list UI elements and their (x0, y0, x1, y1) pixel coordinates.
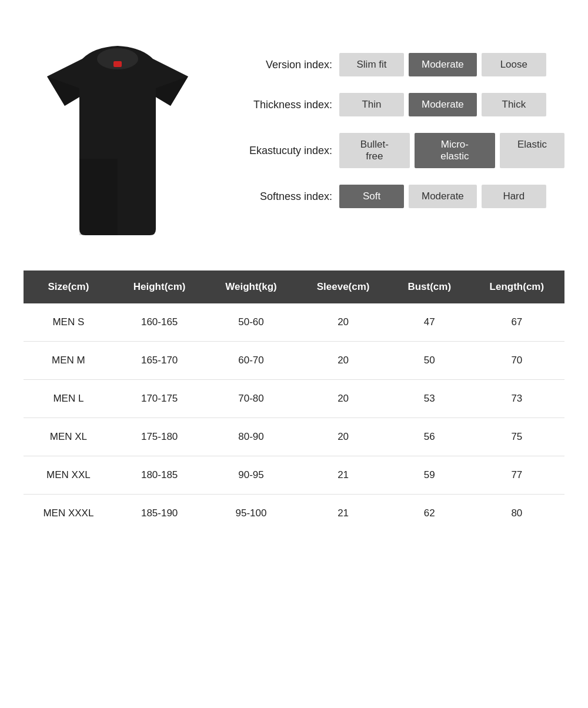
option-box-2-1[interactable]: Micro-elastic (415, 133, 495, 168)
table-cell-0-5: 67 (469, 303, 564, 342)
table-cell-2-5: 73 (469, 380, 564, 418)
top-section: Version index:Slim fitModerateLooseThick… (24, 41, 564, 241)
table-header-4: Bust(cm) (390, 270, 469, 303)
table-cell-4-0: MEN XXL (24, 456, 113, 495)
table-header-5: Length(cm) (469, 270, 564, 303)
index-options-2: Bullet-freeMicro-elasticElastic (339, 133, 564, 168)
table-cell-4-4: 59 (390, 456, 469, 495)
table-row: MEN XXL180-18590-95215977 (24, 456, 564, 495)
index-row-0: Version index:Slim fitModerateLoose (229, 53, 564, 76)
table-cell-0-4: 47 (390, 303, 469, 342)
table-row: MEN M165-17060-70205070 (24, 342, 564, 380)
table-cell-1-4: 50 (390, 342, 469, 380)
table-row: MEN S160-16550-60204767 (24, 303, 564, 342)
table-cell-5-5: 80 (469, 495, 564, 533)
option-box-0-1[interactable]: Moderate (409, 53, 477, 76)
option-box-1-2[interactable]: Thick (482, 93, 546, 116)
table-cell-2-1: 170-175 (113, 380, 206, 418)
table-cell-1-5: 70 (469, 342, 564, 380)
option-box-2-0[interactable]: Bullet-free (339, 133, 410, 168)
table-cell-3-3: 20 (297, 418, 390, 456)
table-row: MEN XL175-18080-90205675 (24, 418, 564, 456)
option-box-2-2[interactable]: Elastic (500, 133, 564, 168)
table-cell-0-0: MEN S (24, 303, 113, 342)
tshirt-image (24, 41, 212, 241)
index-options-0: Slim fitModerateLoose (339, 53, 546, 76)
index-row-1: Thickness index:ThinModerateThick (229, 93, 564, 116)
index-label-0: Version index: (229, 59, 332, 71)
table-cell-5-0: MEN XXXL (24, 495, 113, 533)
table-cell-3-2: 80-90 (206, 418, 297, 456)
option-box-0-0[interactable]: Slim fit (339, 53, 404, 76)
table-cell-5-1: 185-190 (113, 495, 206, 533)
index-row-3: Softness index:SoftModerateHard (229, 185, 564, 208)
option-box-3-2[interactable]: Hard (482, 185, 546, 208)
table-cell-5-3: 21 (297, 495, 390, 533)
index-options-1: ThinModerateThick (339, 93, 546, 116)
table-cell-3-1: 175-180 (113, 418, 206, 456)
table-row: MEN L170-17570-80205373 (24, 380, 564, 418)
table-cell-3-0: MEN XL (24, 418, 113, 456)
table-cell-2-0: MEN L (24, 380, 113, 418)
table-cell-1-0: MEN M (24, 342, 113, 380)
table-cell-1-3: 20 (297, 342, 390, 380)
index-label-1: Thickness index: (229, 99, 332, 111)
table-cell-4-3: 21 (297, 456, 390, 495)
size-table: Size(cm)Height(cm)Weight(kg)Sleeve(cm)Bu… (24, 270, 564, 532)
table-cell-4-2: 90-95 (206, 456, 297, 495)
option-box-1-1[interactable]: Moderate (409, 93, 477, 116)
indices-section: Version index:Slim fitModerateLooseThick… (229, 41, 564, 208)
table-cell-0-3: 20 (297, 303, 390, 342)
table-cell-3-5: 75 (469, 418, 564, 456)
table-cell-1-1: 165-170 (113, 342, 206, 380)
index-options-3: SoftModerateHard (339, 185, 546, 208)
table-cell-5-4: 62 (390, 495, 469, 533)
table-cell-4-1: 180-185 (113, 456, 206, 495)
index-row-2: Ekastucuty index:Bullet-freeMicro-elasti… (229, 133, 564, 168)
table-header-0: Size(cm) (24, 270, 113, 303)
table-header-1: Height(cm) (113, 270, 206, 303)
table-cell-1-2: 60-70 (206, 342, 297, 380)
index-label-3: Softness index: (229, 191, 332, 203)
option-box-3-0[interactable]: Soft (339, 185, 404, 208)
table-cell-2-4: 53 (390, 380, 469, 418)
table-cell-0-2: 50-60 (206, 303, 297, 342)
table-row: MEN XXXL185-19095-100216280 (24, 495, 564, 533)
table-header-3: Sleeve(cm) (297, 270, 390, 303)
table-cell-2-2: 70-80 (206, 380, 297, 418)
table-cell-0-1: 160-165 (113, 303, 206, 342)
table-cell-5-2: 95-100 (206, 495, 297, 533)
index-label-2: Ekastucuty index: (229, 145, 332, 157)
table-header-2: Weight(kg) (206, 270, 297, 303)
size-table-wrapper: Size(cm)Height(cm)Weight(kg)Sleeve(cm)Bu… (24, 270, 564, 532)
table-cell-3-4: 56 (390, 418, 469, 456)
option-box-1-0[interactable]: Thin (339, 93, 404, 116)
table-cell-2-3: 20 (297, 380, 390, 418)
option-box-0-2[interactable]: Loose (482, 53, 546, 76)
option-box-3-1[interactable]: Moderate (409, 185, 477, 208)
table-cell-4-5: 77 (469, 456, 564, 495)
svg-rect-1 (113, 61, 122, 67)
